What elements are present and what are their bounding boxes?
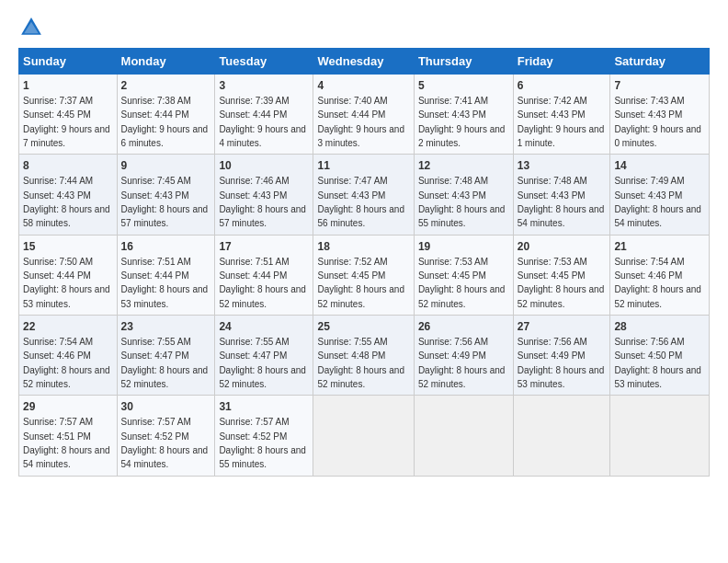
sunrise-text: Sunrise: 7:38 AM bbox=[121, 96, 191, 106]
day-number: 6 bbox=[518, 78, 607, 94]
daylight-text: Daylight: 8 hours and 52 minutes. bbox=[219, 284, 306, 308]
calendar-cell: 15Sunrise: 7:50 AMSunset: 4:44 PMDayligh… bbox=[19, 235, 118, 315]
week-row-4: 22Sunrise: 7:54 AMSunset: 4:46 PMDayligh… bbox=[19, 316, 710, 396]
sunrise-text: Sunrise: 7:51 AM bbox=[219, 257, 289, 267]
daylight-text: Daylight: 8 hours and 56 minutes. bbox=[317, 204, 404, 228]
week-row-3: 15Sunrise: 7:50 AMSunset: 4:44 PMDayligh… bbox=[19, 235, 710, 315]
sunset-text: Sunset: 4:51 PM bbox=[23, 431, 91, 442]
sunset-text: Sunset: 4:43 PM bbox=[23, 190, 91, 201]
sunset-text: Sunset: 4:44 PM bbox=[121, 270, 189, 281]
header bbox=[18, 15, 710, 40]
sunset-text: Sunset: 4:44 PM bbox=[219, 109, 287, 120]
calendar-cell: 18Sunrise: 7:52 AMSunset: 4:45 PMDayligh… bbox=[313, 235, 414, 315]
day-number: 24 bbox=[219, 319, 309, 335]
daylight-text: Daylight: 8 hours and 52 minutes. bbox=[518, 284, 605, 308]
sunrise-text: Sunrise: 7:49 AM bbox=[614, 176, 684, 186]
sunset-text: Sunset: 4:49 PM bbox=[518, 350, 586, 361]
calendar-cell: 22Sunrise: 7:54 AMSunset: 4:46 PMDayligh… bbox=[19, 316, 118, 396]
sunset-text: Sunset: 4:45 PM bbox=[518, 270, 586, 281]
daylight-text: Daylight: 9 hours and 2 minutes. bbox=[418, 124, 506, 148]
calendar-cell bbox=[313, 396, 414, 476]
sunset-text: Sunset: 4:48 PM bbox=[317, 350, 385, 361]
daylight-text: Daylight: 9 hours and 6 minutes. bbox=[121, 124, 209, 148]
sunset-text: Sunset: 4:52 PM bbox=[121, 431, 189, 442]
sunrise-text: Sunrise: 7:46 AM bbox=[219, 176, 289, 186]
day-number: 28 bbox=[614, 319, 705, 335]
week-row-2: 8Sunrise: 7:44 AMSunset: 4:43 PMDaylight… bbox=[19, 155, 710, 235]
calendar-cell: 21Sunrise: 7:54 AMSunset: 4:46 PMDayligh… bbox=[610, 235, 710, 315]
daylight-text: Daylight: 8 hours and 52 minutes. bbox=[121, 365, 209, 389]
calendar-cell: 4Sunrise: 7:40 AMSunset: 4:44 PMDaylight… bbox=[313, 75, 414, 155]
sunrise-text: Sunrise: 7:57 AM bbox=[23, 417, 93, 427]
daylight-text: Daylight: 8 hours and 53 minutes. bbox=[23, 284, 110, 308]
day-header-thursday: Thursday bbox=[414, 49, 513, 75]
daylight-text: Daylight: 8 hours and 52 minutes. bbox=[23, 365, 110, 389]
sunrise-text: Sunrise: 7:57 AM bbox=[121, 417, 191, 427]
sunset-text: Sunset: 4:45 PM bbox=[23, 109, 91, 120]
calendar-cell: 2Sunrise: 7:38 AMSunset: 4:44 PMDaylight… bbox=[117, 75, 215, 155]
daylight-text: Daylight: 9 hours and 4 minutes. bbox=[219, 124, 306, 148]
sunrise-text: Sunrise: 7:53 AM bbox=[418, 257, 488, 267]
calendar-cell: 7Sunrise: 7:43 AMSunset: 4:43 PMDaylight… bbox=[610, 75, 710, 155]
sunset-text: Sunset: 4:43 PM bbox=[317, 190, 385, 201]
day-number: 30 bbox=[121, 399, 211, 415]
sunrise-text: Sunrise: 7:52 AM bbox=[317, 257, 387, 267]
sunrise-text: Sunrise: 7:44 AM bbox=[23, 176, 93, 186]
logo bbox=[18, 15, 48, 40]
day-header-sunday: Sunday bbox=[19, 49, 118, 75]
sunset-text: Sunset: 4:43 PM bbox=[121, 190, 189, 201]
daylight-text: Daylight: 8 hours and 52 minutes. bbox=[418, 365, 506, 389]
sunrise-text: Sunrise: 7:48 AM bbox=[518, 176, 587, 186]
calendar-cell: 25Sunrise: 7:55 AMSunset: 4:48 PMDayligh… bbox=[313, 316, 414, 396]
sunset-text: Sunset: 4:49 PM bbox=[418, 350, 486, 361]
day-number: 11 bbox=[317, 158, 409, 174]
calendar-cell: 23Sunrise: 7:55 AMSunset: 4:47 PMDayligh… bbox=[117, 316, 215, 396]
day-number: 10 bbox=[219, 158, 309, 174]
sunset-text: Sunset: 4:44 PM bbox=[23, 270, 91, 281]
daylight-text: Daylight: 8 hours and 57 minutes. bbox=[121, 204, 209, 228]
sunset-text: Sunset: 4:44 PM bbox=[219, 270, 287, 281]
daylight-text: Daylight: 9 hours and 3 minutes. bbox=[317, 124, 404, 148]
daylight-text: Daylight: 8 hours and 54 minutes. bbox=[518, 204, 605, 228]
calendar-cell bbox=[513, 396, 610, 476]
sunset-text: Sunset: 4:44 PM bbox=[121, 109, 189, 120]
daylight-text: Daylight: 9 hours and 7 minutes. bbox=[23, 124, 110, 148]
day-number: 20 bbox=[518, 239, 607, 255]
day-number: 9 bbox=[121, 158, 211, 174]
days-header-row: SundayMondayTuesdayWednesdayThursdayFrid… bbox=[19, 49, 710, 75]
daylight-text: Daylight: 8 hours and 54 minutes. bbox=[614, 204, 701, 228]
sunset-text: Sunset: 4:43 PM bbox=[219, 190, 287, 201]
sunset-text: Sunset: 4:43 PM bbox=[614, 109, 682, 120]
day-number: 1 bbox=[23, 78, 113, 94]
day-number: 15 bbox=[23, 239, 113, 255]
week-row-5: 29Sunrise: 7:57 AMSunset: 4:51 PMDayligh… bbox=[19, 396, 710, 476]
day-number: 18 bbox=[317, 239, 409, 255]
daylight-text: Daylight: 8 hours and 53 minutes. bbox=[121, 284, 209, 308]
page: SundayMondayTuesdayWednesdayThursdayFrid… bbox=[0, 0, 728, 491]
day-number: 12 bbox=[418, 158, 509, 174]
calendar-cell: 1Sunrise: 7:37 AMSunset: 4:45 PMDaylight… bbox=[19, 75, 118, 155]
calendar-cell: 5Sunrise: 7:41 AMSunset: 4:43 PMDaylight… bbox=[414, 75, 513, 155]
calendar-cell: 8Sunrise: 7:44 AMSunset: 4:43 PMDaylight… bbox=[19, 155, 118, 235]
calendar-cell: 20Sunrise: 7:53 AMSunset: 4:45 PMDayligh… bbox=[513, 235, 610, 315]
sunset-text: Sunset: 4:43 PM bbox=[614, 190, 682, 201]
calendar-table: SundayMondayTuesdayWednesdayThursdayFrid… bbox=[18, 48, 710, 477]
sunrise-text: Sunrise: 7:55 AM bbox=[219, 337, 289, 347]
calendar-cell: 30Sunrise: 7:57 AMSunset: 4:52 PMDayligh… bbox=[117, 396, 215, 476]
sunset-text: Sunset: 4:52 PM bbox=[219, 431, 287, 442]
day-number: 16 bbox=[121, 239, 211, 255]
day-number: 14 bbox=[614, 158, 705, 174]
day-number: 26 bbox=[418, 319, 509, 335]
sunrise-text: Sunrise: 7:55 AM bbox=[121, 337, 191, 347]
daylight-text: Daylight: 8 hours and 54 minutes. bbox=[23, 445, 110, 469]
sunrise-text: Sunrise: 7:42 AM bbox=[518, 96, 587, 106]
sunrise-text: Sunrise: 7:48 AM bbox=[418, 176, 488, 186]
calendar-cell bbox=[414, 396, 513, 476]
daylight-text: Daylight: 8 hours and 52 minutes. bbox=[317, 284, 404, 308]
day-number: 5 bbox=[418, 78, 509, 94]
day-header-tuesday: Tuesday bbox=[215, 49, 313, 75]
sunrise-text: Sunrise: 7:47 AM bbox=[317, 176, 387, 186]
daylight-text: Daylight: 8 hours and 54 minutes. bbox=[121, 445, 209, 469]
sunrise-text: Sunrise: 7:53 AM bbox=[518, 257, 587, 267]
sunrise-text: Sunrise: 7:45 AM bbox=[121, 176, 191, 186]
